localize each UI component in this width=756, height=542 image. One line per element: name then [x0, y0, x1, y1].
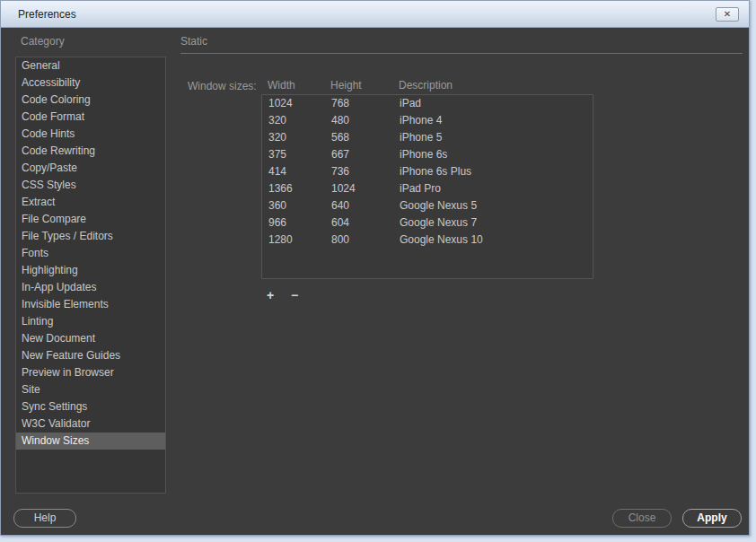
sizes-table: 1024 768 iPad 320 480 iPhone 4 320 568 i…: [261, 94, 593, 279]
category-list-item[interactable]: Copy/Paste: [16, 160, 165, 177]
category-list-item[interactable]: In-App Updates: [16, 279, 165, 296]
cell-height: 736: [331, 163, 400, 180]
category-list-item[interactable]: New Feature Guides: [16, 347, 165, 364]
column-header-description: Description: [399, 79, 593, 92]
sizes-table-header: Width Height Description: [261, 79, 593, 92]
cell-width: 320: [262, 129, 331, 146]
cell-width: 320: [262, 112, 331, 129]
category-item-label: New Document: [22, 332, 95, 345]
category-item-label: Code Rewriting: [22, 144, 95, 157]
cell-description: iPhone 6s: [400, 146, 593, 163]
section-divider: [180, 53, 743, 54]
table-row[interactable]: 1280 800 Google Nexus 10: [262, 232, 593, 249]
category-list-item[interactable]: Fonts: [16, 245, 165, 262]
cell-width: 966: [262, 214, 331, 232]
category-list-item[interactable]: File Compare: [16, 211, 165, 228]
category-list-item[interactable]: CSS Styles: [16, 177, 165, 194]
cell-description: Google Nexus 5: [400, 197, 593, 214]
category-item-label: In-App Updates: [22, 281, 96, 293]
window-title: Preferences: [18, 8, 76, 21]
table-row[interactable]: 320 568 iPhone 5: [262, 129, 593, 146]
titlebar[interactable]: Preferences ✕: [1, 1, 749, 28]
cell-height: 568: [331, 129, 400, 146]
category-list-item[interactable]: Code Rewriting: [16, 143, 165, 160]
category-item-label: Code Coloring: [22, 93, 91, 106]
column-header-height: Height: [330, 79, 399, 92]
cell-width: 375: [262, 146, 331, 163]
cell-description: iPad: [400, 95, 593, 112]
cell-width: 414: [262, 163, 331, 180]
category-list-item[interactable]: Accessibility: [16, 74, 165, 92]
category-item-label: General: [22, 59, 60, 72]
cell-height: 768: [331, 95, 400, 112]
table-row[interactable]: 414 736 iPhone 6s Plus: [262, 163, 593, 180]
category-list-item[interactable]: W3C Validator: [16, 415, 165, 433]
category-item-label: Window Sizes: [22, 434, 89, 447]
category-item-label: File Types / Editors: [22, 230, 113, 242]
category-item-label: File Compare: [22, 213, 86, 225]
category-item-label: Accessibility: [22, 76, 80, 89]
category-item-label: Invisible Elements: [22, 298, 109, 310]
window-close-button[interactable]: ✕: [716, 7, 739, 22]
table-row[interactable]: 320 480 iPhone 4: [262, 112, 593, 129]
category-list-item[interactable]: File Types / Editors: [16, 228, 165, 245]
cell-height: 800: [331, 232, 400, 249]
column-header-width: Width: [261, 79, 330, 92]
window-sizes-label: Window sizes:: [188, 80, 259, 92]
desktop: { "window": { "title": "Preferences", "c…: [0, 0, 756, 542]
apply-button[interactable]: Apply: [682, 509, 742, 528]
category-item-label: Preview in Browser: [22, 366, 114, 379]
category-list-item[interactable]: Highlighting: [16, 262, 165, 279]
table-row[interactable]: 1366 1024 iPad Pro: [262, 180, 593, 197]
cell-description: iPhone 6s Plus: [400, 163, 593, 180]
table-row[interactable]: 375 667 iPhone 6s: [262, 146, 593, 163]
category-list-item[interactable]: Code Format: [16, 109, 165, 126]
category-item-label: Linting: [22, 315, 53, 328]
preferences-dialog: Preferences ✕ Category General Accessibi…: [0, 0, 750, 536]
category-list-item[interactable]: Site: [16, 381, 165, 398]
add-size-button[interactable]: +: [264, 289, 277, 302]
help-button[interactable]: Help: [13, 509, 76, 528]
category-list-item[interactable]: General: [16, 57, 165, 74]
cell-height: 640: [331, 197, 400, 214]
cell-height: 667: [331, 146, 400, 163]
cell-width: 1024: [262, 95, 331, 112]
category-item-label: W3C Validator: [22, 417, 90, 430]
category-list-item[interactable]: Extract: [16, 194, 165, 211]
close-icon: ✕: [724, 9, 731, 19]
cell-height: 1024: [331, 180, 400, 197]
table-row[interactable]: 966 604 Google Nexus 7: [262, 214, 593, 232]
category-list: General Accessibility Code Coloring Code…: [15, 57, 166, 494]
list-actions: + −: [264, 289, 301, 302]
category-list-item[interactable]: Window Sizes: [16, 433, 165, 450]
cell-description: Google Nexus 7: [400, 214, 593, 232]
category-item-label: Extract: [22, 196, 55, 208]
category-item-label: Sync Settings: [22, 400, 87, 413]
cell-description: iPhone 4: [400, 112, 593, 129]
remove-size-button[interactable]: −: [288, 289, 301, 302]
category-list-item[interactable]: Preview in Browser: [16, 364, 165, 381]
category-list-item[interactable]: Code Hints: [16, 126, 165, 143]
category-item-label: Code Hints: [22, 127, 75, 140]
cell-description: Google Nexus 10: [400, 232, 593, 249]
cell-height: 480: [331, 112, 400, 129]
category-list-item[interactable]: New Document: [16, 330, 165, 347]
category-item-label: Highlighting: [22, 264, 78, 276]
category-list-item[interactable]: Code Coloring: [16, 92, 165, 109]
category-list-item[interactable]: Invisible Elements: [16, 296, 165, 313]
table-row[interactable]: 360 640 Google Nexus 5: [262, 197, 593, 214]
category-list-item[interactable]: Linting: [16, 313, 165, 330]
cell-description: iPad Pro: [400, 180, 593, 197]
cell-description: iPhone 5: [400, 129, 593, 146]
category-item-label: Code Format: [22, 110, 84, 123]
dialog-content: Category General Accessibility Code Colo…: [1, 29, 749, 535]
category-item-label: New Feature Guides: [22, 349, 120, 362]
category-item-label: Site: [22, 383, 40, 396]
cell-height: 604: [331, 214, 400, 232]
cell-width: 1366: [262, 180, 331, 197]
cell-width: 1280: [262, 232, 331, 249]
table-row[interactable]: 1024 768 iPad: [262, 95, 593, 112]
close-button[interactable]: Close: [612, 509, 672, 528]
category-header: Category: [21, 35, 65, 48]
category-list-item[interactable]: Sync Settings: [16, 398, 165, 415]
